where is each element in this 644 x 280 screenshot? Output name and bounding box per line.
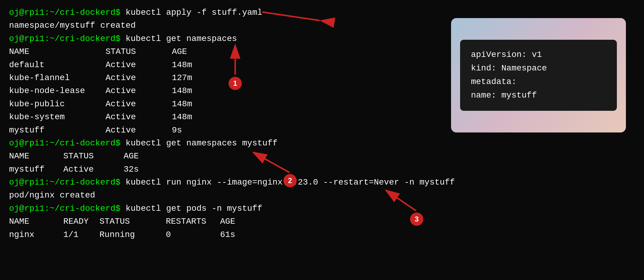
terminal-line-1: oj@rpi1:~/cri-dockerd$ kubectl apply -f … [9, 6, 635, 19]
popup-card: apiVersion: v1 kind: Namespace metadata:… [451, 18, 626, 132]
badge-2: 2 [283, 174, 297, 187]
pod-row-nginx: nginx1/1Running061s [9, 228, 635, 241]
cmd-3: kubectl get namespaces [121, 34, 237, 43]
output-pod-created: pod/nginx created [9, 191, 95, 200]
col-header-age: AGE [172, 47, 187, 56]
col-header-name: NAME [9, 45, 106, 58]
code-box: apiVersion: v1 kind: Namespace metadata:… [460, 40, 617, 110]
col-header-status: STATUS [106, 45, 172, 58]
cmd-1: kubectl apply -f stuff.yaml [121, 8, 262, 17]
code-line-3: metadata: [471, 75, 606, 89]
terminal-line-7: oj@rpi1:~/cri-dockerd$ kubectl get pods … [9, 202, 635, 215]
ns2-header-row: NAMESTATUSAGE [9, 150, 635, 163]
code-line-2: kind: Namespace [471, 62, 606, 75]
pods-header-row: NAMEREADYSTATUSRESTARTSAGE [9, 215, 635, 228]
terminal-line-5: oj@rpi1:~/cri-dockerd$ kubectl run nginx… [9, 176, 635, 189]
badge-3: 3 [410, 213, 423, 226]
cmd-4: kubectl get namespaces mystuff [121, 138, 278, 148]
terminal-line-4: oj@rpi1:~/cri-dockerd$ kubectl get names… [9, 137, 635, 150]
cmd-7: kubectl get pods -n mystuff [121, 204, 262, 213]
code-line-4: name: mystuff [471, 89, 606, 102]
badge-1: 1 [229, 77, 242, 90]
prompt-4: oj@rpi1:~/cri-dockerd$ [9, 138, 121, 148]
prompt-1: oj@rpi1:~/cri-dockerd$ [9, 8, 121, 17]
prompt-5: oj@rpi1:~/cri-dockerd$ [9, 178, 121, 187]
prompt-7: oj@rpi1:~/cri-dockerd$ [9, 204, 121, 213]
terminal-line-6: pod/nginx created [9, 189, 635, 202]
output-namespace-created: namespace/mystuff created [9, 21, 136, 30]
code-line-1: apiVersion: v1 [471, 48, 606, 62]
prompt-3: oj@rpi1:~/cri-dockerd$ [9, 34, 121, 43]
ns2-row-mystuff: mystuffActive32s [9, 163, 635, 176]
